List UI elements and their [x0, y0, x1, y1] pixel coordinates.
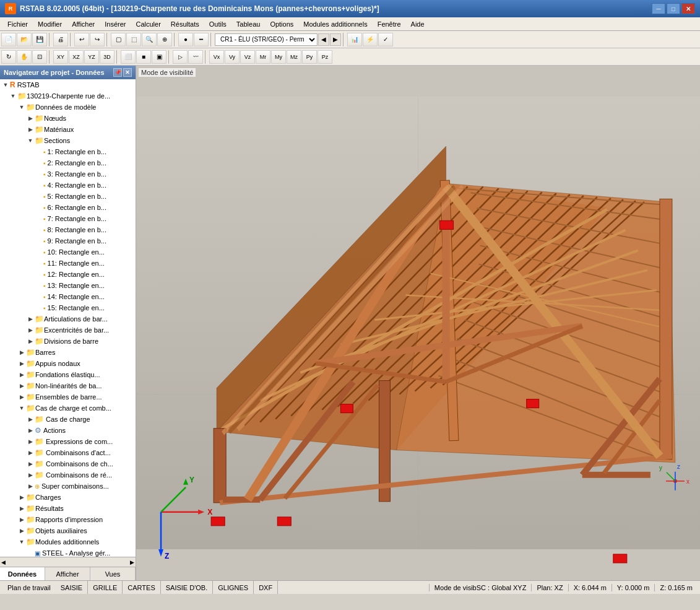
forces-button[interactable]: Vx [209, 50, 224, 64]
menu-aide[interactable]: Aide [406, 17, 430, 30]
tree-item-charges[interactable]: ▶ 📁 Charges [0, 492, 136, 503]
nav-pin-button[interactable]: 📌 [113, 68, 122, 77]
tree-item-sec4[interactable]: ▪ 4: Rectangle en b... [0, 180, 136, 191]
tree-item-nodes[interactable]: ▶ 📁 Nœuds [0, 113, 136, 124]
viewport[interactable]: Mode de visibilité [136, 66, 700, 580]
expand-icon[interactable]: ▶ [26, 326, 35, 334]
view-yz-button[interactable]: YZ [84, 50, 99, 64]
tree-item-sec8[interactable]: ▪ 8: Rectangle en b... [0, 224, 136, 235]
moments-button[interactable]: Mr [256, 50, 270, 64]
menu-resultats[interactable]: Résultats [166, 17, 204, 30]
tree-item-project[interactable]: ▼ 📁 130219-Charpente rue de... [0, 90, 136, 102]
tree-item-steel-analyse[interactable]: ▣ STEEL - Analyse gér... [0, 547, 136, 557]
zoom-region-button[interactable]: ⊡ [32, 50, 47, 64]
expand-icon[interactable]: ▶ [26, 448, 35, 457]
tree-item-resultats[interactable]: ▶ 📁 Résultats [0, 503, 136, 514]
expand-icon[interactable]: ▶ [26, 471, 35, 479]
results-button[interactable]: 📊 [347, 33, 362, 46]
deform-button[interactable]: 〰 [188, 50, 203, 64]
expand-icon[interactable]: ▶ [26, 125, 35, 134]
print-button[interactable]: 🖨 [53, 33, 68, 46]
zoom-all-button[interactable]: ⊕ [157, 33, 172, 46]
tree-item-sec7[interactable]: ▪ 7: Rectangle en b... [0, 213, 136, 224]
expand-icon[interactable]: ▶ [26, 426, 35, 435]
minimize-button[interactable]: ─ [652, 3, 665, 14]
select-button[interactable]: ▢ [111, 33, 126, 46]
expand-icon[interactable]: ▼ [9, 92, 17, 100]
status-dxf[interactable]: DXF [254, 581, 278, 594]
3d-scene[interactable]: X Y Z x z y [136, 66, 700, 580]
menu-afficher[interactable]: Afficher [67, 17, 100, 30]
tree-item-comb-act[interactable]: ▶ 📁 Combinaisons d'act... [0, 447, 136, 458]
bar-button[interactable]: ━ [194, 33, 209, 46]
check-button[interactable]: ✓ [378, 33, 393, 46]
next-case-button[interactable]: ▶ [330, 33, 341, 46]
menu-modifier[interactable]: Modifier [33, 17, 67, 30]
status-grille[interactable]: GRILLE [88, 581, 123, 594]
tree-item-sec3[interactable]: ▪ 3: Rectangle en b... [0, 168, 136, 180]
tree-item-rapports[interactable]: ▶ 📁 Rapports d'impression [0, 514, 136, 525]
tree-item-divisions[interactable]: ▶ 📁 Divisions de barre [0, 336, 136, 347]
tree-item-model-data[interactable]: ▼ 📁 Données de modèle [0, 102, 136, 113]
expand-icon[interactable]: ▶ [17, 504, 26, 513]
expand-icon[interactable]: ▶ [17, 526, 26, 535]
save-button[interactable]: 💾 [32, 33, 47, 46]
tree-item-sec14[interactable]: ▪ 14: Rectangle en... [0, 291, 136, 302]
status-glignes[interactable]: GLIGNES [213, 581, 254, 594]
expand-icon[interactable]: ▶ [26, 460, 35, 468]
tree-item-sec11[interactable]: ▪ 11: Rectangle en... [0, 258, 136, 269]
load-case-dropdown[interactable]: CR1 - ÉLU (STR/GEO) - Perm [215, 33, 318, 46]
tree-item-sec13[interactable]: ▪ 13: Rectangle en... [0, 280, 136, 291]
menu-modules[interactable]: Modules additionnels [298, 17, 372, 30]
calc-button[interactable]: ⚡ [363, 33, 378, 46]
tree-item-sec9[interactable]: ▪ 9: Rectangle en b... [0, 235, 136, 246]
expand-icon[interactable]: ▶ [26, 337, 35, 346]
expand-icon[interactable]: ▶ [26, 315, 35, 323]
tree-item-cas-charge-combi[interactable]: ▼ 📁 Cas de charge et comb... [0, 403, 136, 414]
tree-item-rstab[interactable]: ▼ R RSTAB [0, 79, 136, 90]
tree-item-sec1[interactable]: ▪ 1: Rectangle en b... [0, 146, 136, 157]
tree-item-comb-ch[interactable]: ▶ 📁 Combinaisons de ch... [0, 458, 136, 469]
tree-item-comb-re[interactable]: ▶ 📁 Combinaisons de ré... [0, 469, 136, 481]
view3d-button[interactable]: ⬚ [126, 33, 141, 46]
expand-icon[interactable]: ▼ [17, 103, 26, 111]
expand-icon[interactable]: ▶ [17, 393, 26, 401]
tree-item-sec12[interactable]: ▪ 12: Rectangle en... [0, 269, 136, 280]
tree-item-nonlin[interactable]: ▶ 📁 Non-linéarités de ba... [0, 380, 136, 391]
maximize-button[interactable]: □ [667, 3, 680, 14]
status-saisie-ob[interactable]: SAISIE D'OB. [161, 581, 214, 594]
render-solid-button[interactable]: ■ [136, 50, 151, 64]
forces2-button[interactable]: Vy [225, 50, 240, 64]
node-button[interactable]: ● [178, 33, 193, 46]
tree-item-fondations[interactable]: ▶ 📁 Fondations élastiqu... [0, 369, 136, 380]
moments3-button[interactable]: Mz [287, 50, 301, 64]
rotate-button[interactable]: ↻ [1, 50, 16, 64]
tree-item-sec5[interactable]: ▪ 5: Rectangle en b... [0, 191, 136, 202]
moments2-button[interactable]: My [271, 50, 286, 64]
expand-icon[interactable]: ▶ [17, 348, 26, 357]
menu-fichier[interactable]: Fichier [2, 17, 33, 30]
tree-item-materials[interactable]: ▶ 📁 Matériaux [0, 124, 136, 135]
tree-item-excentricites[interactable]: ▶ 📁 Excentricités de bar... [0, 325, 136, 336]
expand-icon[interactable]: ▶ [26, 415, 35, 424]
tree-item-sec6[interactable]: ▪ 6: Rectangle en b... [0, 202, 136, 213]
tree-item-expressions[interactable]: ▶ 📁 Expressions de com... [0, 436, 136, 447]
view-xz-button[interactable]: XZ [69, 50, 84, 64]
nav-scroll-bar[interactable]: ◀ ▶ [0, 557, 136, 567]
tree-item-appuis[interactable]: ▶ 📁 Appuis nodaux [0, 358, 136, 369]
menu-outils[interactable]: Outils [204, 17, 231, 30]
expand-icon[interactable]: ▶ [26, 114, 35, 123]
close-button[interactable]: ✕ [681, 3, 695, 14]
expand-icon[interactable]: ▼ [1, 81, 10, 89]
tree-item-actions[interactable]: ▶ ⚙ Actions [0, 425, 136, 436]
tree-item-sec10[interactable]: ▪ 10: Rectangle en... [0, 246, 136, 258]
render-hidden-button[interactable]: ▣ [152, 50, 166, 64]
zoom-button[interactable]: 🔍 [142, 33, 157, 46]
new-button[interactable]: 📄 [1, 33, 16, 46]
prev-case-button[interactable]: ◀ [318, 33, 329, 46]
menu-tableau[interactable]: Tableau [231, 17, 266, 30]
tab-vues[interactable]: Vues [90, 567, 136, 580]
redo-button[interactable]: ↪ [90, 33, 105, 46]
tab-donnees[interactable]: Données [0, 567, 45, 580]
expand-icon[interactable]: ▶ [17, 493, 26, 502]
